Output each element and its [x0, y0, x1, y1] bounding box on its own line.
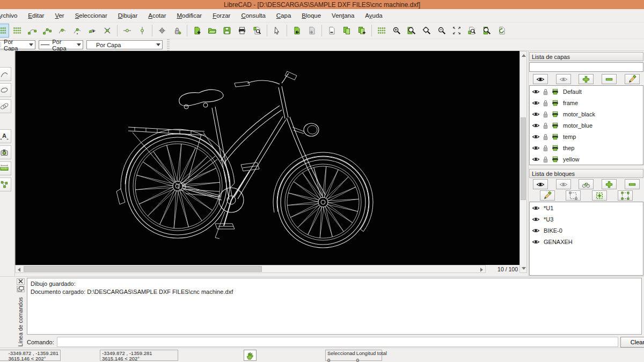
snap-on-entity-button[interactable] [40, 24, 54, 38]
block-row[interactable]: BIKE-0 [530, 225, 643, 236]
eye-icon[interactable] [532, 87, 540, 95]
zoom-window-button[interactable] [405, 24, 419, 38]
eye-icon[interactable] [532, 204, 540, 212]
redo-button[interactable] [305, 24, 319, 38]
snap-intersection-button[interactable] [100, 24, 114, 38]
eye-icon[interactable] [532, 110, 540, 118]
eye-icon[interactable] [532, 144, 540, 152]
snap-toggle-button[interactable] [0, 24, 9, 38]
add-block-button[interactable] [602, 179, 617, 189]
restrict-vertical-button[interactable] [135, 24, 149, 38]
edit-block-button[interactable] [540, 190, 555, 201]
color-combo[interactable]: Por Capa [0, 40, 35, 49]
zoom-out-button[interactable] [435, 24, 449, 38]
menu-consulta[interactable]: Consulta [236, 10, 270, 21]
paste-button[interactable] [355, 24, 369, 38]
undo-button[interactable] [290, 24, 304, 38]
lock-icon[interactable] [541, 110, 550, 118]
print-layer-icon[interactable] [551, 110, 559, 118]
menu-seleccionar[interactable]: Seleccionar [70, 10, 113, 21]
layer-row[interactable]: temp [530, 131, 643, 142]
print-layer-icon[interactable] [551, 121, 559, 129]
scroll-up-icon[interactable] [522, 54, 526, 57]
auto-zoom-button[interactable] [450, 24, 464, 38]
menu-editar[interactable]: Editar [23, 10, 49, 21]
block-insert-tool-button[interactable] [0, 178, 11, 191]
zoom-pan-button[interactable] [420, 24, 434, 38]
close-command-dock-button[interactable] [17, 278, 25, 285]
menu-acotar[interactable]: Acotar [143, 10, 171, 21]
hide-all-blocks-button[interactable] [556, 179, 571, 189]
snap-center-button[interactable] [55, 24, 69, 38]
remove-layer-button[interactable] [602, 74, 617, 84]
measure-tool-button[interactable] [0, 161, 11, 175]
menu-dibujar[interactable]: Dibujar [113, 10, 143, 21]
snap-middle-button[interactable] [70, 24, 84, 38]
menu-forzar[interactable]: Forzar [207, 10, 236, 21]
scroll-left-icon[interactable] [18, 268, 20, 272]
block-row[interactable]: *U1 [530, 202, 643, 213]
spline-tool-button[interactable] [0, 99, 11, 113]
cut-button[interactable] [325, 24, 339, 38]
snap-grid-button[interactable] [10, 24, 24, 38]
zoom-page-button[interactable] [480, 24, 494, 38]
print-layer-icon[interactable] [551, 132, 559, 141]
insert-block-button[interactable] [592, 190, 607, 201]
lock-icon[interactable] [541, 132, 550, 141]
eye-icon[interactable] [532, 132, 540, 141]
menu-ayuda[interactable]: Ayuda [360, 10, 387, 21]
print-layer-icon[interactable] [551, 87, 559, 95]
menu-bloque[interactable]: Bloque [296, 10, 326, 21]
snap-hand-button[interactable] [244, 350, 257, 361]
menu-modificar[interactable]: Modificar [171, 10, 207, 21]
dimension-tool-button[interactable]: A [0, 129, 11, 143]
save-block-button[interactable] [566, 190, 581, 201]
layer-filter-input[interactable] [529, 62, 643, 72]
horizontal-scrollbar[interactable] [15, 265, 486, 273]
eye-icon[interactable] [532, 121, 540, 129]
restrict-horizontal-button[interactable] [120, 24, 134, 38]
layer-row[interactable]: frame [530, 97, 643, 108]
hide-all-layers-button[interactable] [556, 74, 571, 84]
command-input[interactable] [57, 337, 618, 347]
add-layer-button[interactable] [579, 74, 594, 84]
print-preview-button[interactable] [250, 24, 264, 38]
snap-endpoint-button[interactable] [25, 24, 39, 38]
lock-icon[interactable] [541, 87, 550, 95]
drawing-canvas[interactable] [15, 51, 519, 265]
layer-row[interactable]: thep [530, 142, 643, 153]
layer-row[interactable]: Default [530, 86, 643, 97]
float-command-dock-button[interactable] [17, 286, 25, 292]
print-layer-icon[interactable] [551, 144, 559, 152]
open-file-button[interactable] [205, 24, 219, 38]
menu-capa[interactable]: Capa [271, 10, 297, 21]
clear-button[interactable]: Clear [620, 337, 644, 348]
print-button[interactable] [235, 24, 249, 38]
layer-row[interactable]: yellow [530, 153, 643, 165]
eye-icon[interactable] [532, 99, 540, 107]
scroll-right-icon[interactable] [480, 268, 483, 272]
line-width-combo[interactable]: Por Capa [39, 40, 83, 49]
vertical-scrollbar[interactable] [519, 51, 527, 273]
preview-block-button[interactable] [579, 179, 594, 189]
print-layer-icon[interactable] [551, 99, 559, 107]
horizontal-scroll-thumb[interactable] [24, 266, 262, 272]
zoom-in-button[interactable] [390, 24, 404, 38]
zoom-previous-button[interactable] [465, 24, 479, 38]
new-file-button[interactable] [190, 24, 204, 38]
new-block-button[interactable] [618, 190, 633, 201]
arc-tool-button[interactable] [0, 67, 11, 81]
lock-icon[interactable] [541, 99, 550, 107]
save-file-button[interactable] [220, 24, 234, 38]
select-pointer-button[interactable] [270, 24, 284, 38]
remove-block-button[interactable] [625, 179, 640, 189]
set-relative-zero-button[interactable] [155, 24, 169, 38]
menu-ventana[interactable]: Ventana [326, 10, 360, 21]
print-layer-icon[interactable] [551, 155, 559, 163]
lock-icon[interactable] [541, 144, 550, 152]
snap-distance-button[interactable] [85, 24, 99, 38]
eye-icon[interactable] [532, 215, 540, 223]
lock-icon[interactable] [541, 155, 550, 163]
layer-row[interactable]: motor_black [530, 108, 643, 120]
eye-icon[interactable] [532, 155, 540, 163]
